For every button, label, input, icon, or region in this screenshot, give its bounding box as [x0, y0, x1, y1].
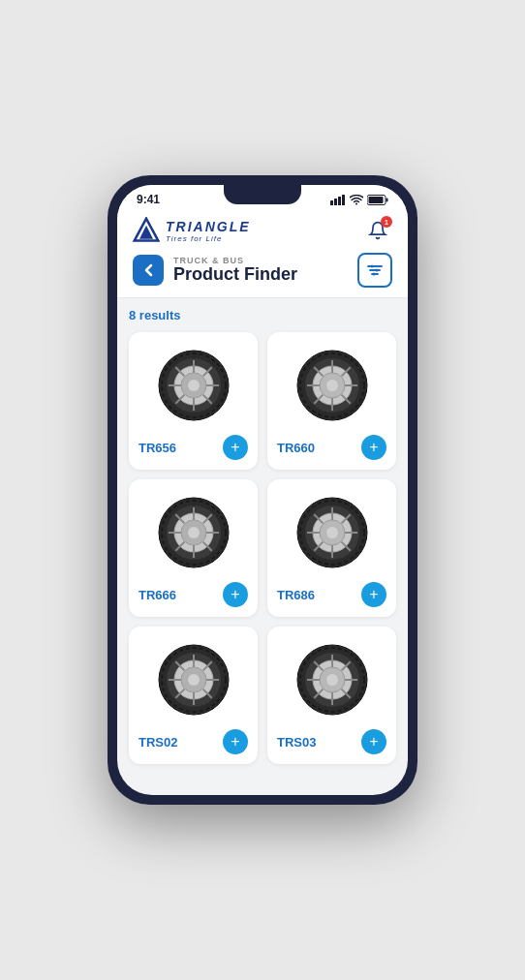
- add-button[interactable]: +: [361, 729, 386, 754]
- svg-point-14: [373, 273, 376, 276]
- tire-image-tr686: [293, 494, 371, 571]
- tire-image-area: [139, 636, 248, 723]
- product-footer: TR656 +: [139, 435, 248, 460]
- list-item[interactable]: TR666 +: [129, 479, 258, 617]
- svg-rect-2: [338, 197, 341, 205]
- svg-point-89: [326, 674, 338, 686]
- product-name: TR656: [139, 441, 176, 455]
- filter-button[interactable]: [357, 253, 392, 288]
- product-name: TR686: [277, 588, 315, 602]
- add-button[interactable]: +: [361, 435, 386, 460]
- product-name: TR666: [139, 588, 176, 602]
- add-button[interactable]: +: [223, 729, 248, 754]
- add-button[interactable]: +: [223, 582, 248, 607]
- wifi-icon: [350, 195, 363, 205]
- back-arrow-icon: [143, 263, 153, 277]
- tire-image-area: [139, 489, 248, 576]
- back-button[interactable]: [133, 255, 164, 286]
- results-count: 8 results: [129, 308, 396, 322]
- tire-image-trs03: [293, 641, 371, 719]
- notch: [224, 185, 301, 204]
- product-footer: TR660 +: [277, 435, 386, 460]
- svg-rect-6: [386, 198, 388, 201]
- battery-icon: [367, 195, 388, 205]
- brand-row: TRIANGLE Tires for Life 1: [133, 216, 392, 245]
- product-footer: TRS02 +: [139, 729, 248, 754]
- product-footer: TR666 +: [139, 582, 248, 607]
- list-item[interactable]: TRS02 +: [129, 627, 258, 764]
- triangle-logo-icon: [133, 217, 160, 244]
- tire-image-area: [277, 342, 386, 429]
- status-icons: [330, 195, 388, 205]
- add-button[interactable]: +: [361, 582, 386, 607]
- signal-icon: [330, 195, 346, 205]
- svg-point-33: [326, 380, 338, 391]
- filter-icon: [366, 262, 384, 278]
- product-name: TRS03: [277, 735, 316, 750]
- product-name: TR660: [277, 441, 315, 455]
- svg-point-12: [371, 265, 374, 268]
- tire-image-trs02: [155, 641, 232, 719]
- phone-shell: 9:41: [108, 175, 417, 805]
- nav-title-block: TRUCK & BUS Product Finder: [173, 256, 297, 285]
- list-item[interactable]: TRS03 +: [267, 627, 396, 764]
- nav-row: TRUCK & BUS Product Finder: [133, 253, 392, 288]
- svg-rect-5: [369, 197, 384, 203]
- results-area[interactable]: 8 results: [117, 298, 408, 795]
- list-item[interactable]: TR660 +: [267, 332, 396, 470]
- svg-point-61: [326, 527, 338, 538]
- tire-image-area: [277, 489, 386, 576]
- svg-point-47: [188, 527, 200, 538]
- svg-point-19: [188, 380, 200, 391]
- product-name: TRS02: [139, 735, 177, 750]
- notification-bell[interactable]: 1: [363, 216, 392, 245]
- tire-image-tr656: [155, 347, 232, 424]
- tire-image-tr666: [155, 494, 232, 571]
- phone-screen: 9:41: [117, 185, 408, 795]
- brand-text-block: TRIANGLE Tires for Life: [166, 219, 251, 243]
- svg-rect-0: [330, 200, 333, 205]
- notification-badge: 1: [381, 216, 392, 228]
- tire-image-tr660: [293, 347, 371, 424]
- product-grid: TR656 +: [129, 332, 396, 764]
- tire-image-area: [277, 636, 386, 723]
- add-button[interactable]: +: [223, 435, 248, 460]
- nav-title: Product Finder: [173, 265, 297, 285]
- nav-left: TRUCK & BUS Product Finder: [133, 255, 297, 286]
- svg-point-75: [188, 674, 200, 686]
- brand-name: TRIANGLE: [166, 219, 251, 234]
- tire-image-area: [139, 342, 248, 429]
- app-header: TRIANGLE Tires for Life 1: [117, 210, 408, 298]
- product-footer: TR686 +: [277, 582, 386, 607]
- brand-tagline: Tires for Life: [166, 234, 251, 243]
- list-item[interactable]: TR686 +: [267, 479, 396, 617]
- list-item[interactable]: TR656 +: [129, 332, 258, 470]
- product-footer: TRS03 +: [277, 729, 386, 754]
- svg-point-13: [376, 269, 379, 272]
- svg-rect-1: [334, 199, 337, 205]
- brand-logo: TRIANGLE Tires for Life: [133, 217, 251, 244]
- svg-rect-3: [342, 195, 345, 205]
- status-time: 9:41: [137, 193, 160, 206]
